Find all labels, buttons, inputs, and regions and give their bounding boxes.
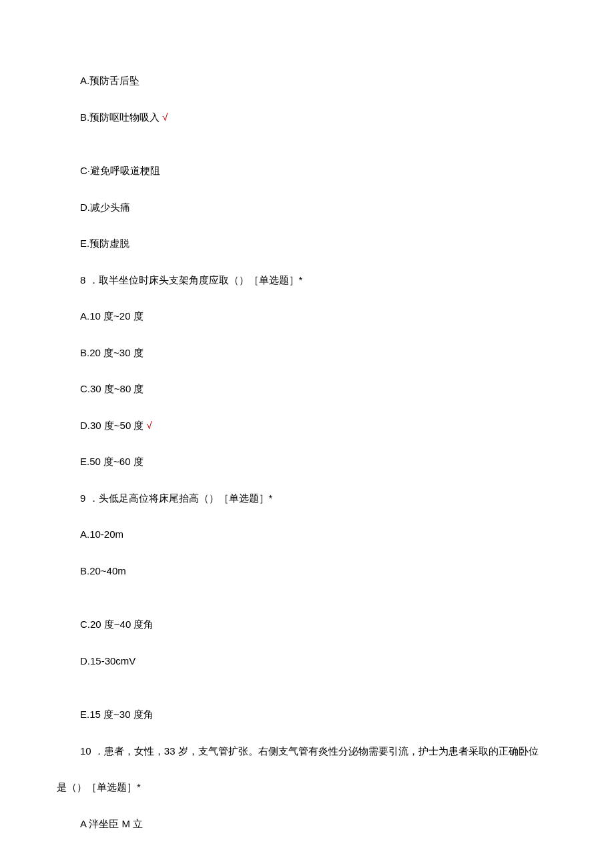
q7-option-a: A.预防舌后坠 (80, 73, 557, 89)
q7-option-e: E.预防虚脱 (80, 236, 557, 252)
q8-option-a: A.10 度~20 度 (80, 309, 557, 324)
q8-option-d: D.30 度~50 度√ (80, 418, 557, 434)
check-icon: √ (146, 420, 151, 431)
q9-stem: 9 ．头低足高位将床尾抬高（）［单选题］* (80, 491, 557, 506)
q10-option-a: A 泮坐臣 M 立 (80, 817, 557, 832)
q8-option-d-text: D.30 度~50 度 (80, 420, 143, 431)
q10-stem-line1: 10 ．患者，女性，33 岁，支气管扩张。右侧支气管有炎性分泌物需要引流，护士为… (80, 744, 557, 759)
q9-option-d: D.15-30cmV (80, 654, 557, 669)
q9-option-a: A.10-20m (80, 527, 557, 542)
q9-option-e: E.15 度~30 度角 (80, 707, 557, 723)
q10-stem-line2: 是（）［单选题］* (57, 780, 557, 795)
q7-option-d: D.减少头痛 (80, 200, 557, 215)
q8-option-e: E.50 度~60 度 (80, 454, 557, 470)
q7-option-b: B.预防呕吐物吸入√ (80, 110, 557, 125)
q7-option-c: C·避免呼吸道梗阻 (80, 163, 557, 179)
q7-option-b-text: B.预防呕吐物吸入 (80, 111, 160, 123)
q8-option-b: B.20 度~30 度 (80, 346, 557, 361)
check-icon: √ (162, 111, 168, 123)
q8-option-c: C.30 度~80 度 (80, 382, 557, 397)
q9-option-c: C.20 度~40 度角 (80, 617, 557, 632)
q9-option-b: B.20~40m (80, 564, 557, 579)
q8-stem: 8 ．取半坐位时床头支架角度应取（）［单选题］* (80, 273, 557, 288)
